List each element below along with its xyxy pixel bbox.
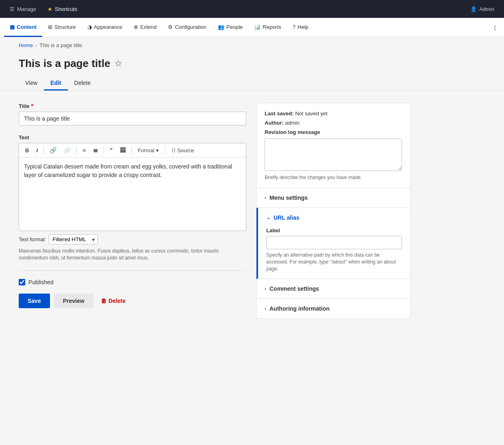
page-content: Home › This is a page title This is a pa… (0, 37, 504, 347)
nav-help[interactable]: ? Help (287, 18, 314, 37)
numbered-list-button[interactable]: ≣ (90, 146, 101, 155)
toolbar-sep-1 (43, 147, 44, 154)
admin-label: Admin (479, 6, 494, 12)
star-icon: ★ (48, 6, 52, 12)
preview-button[interactable]: Preview (54, 294, 93, 308)
shortcuts-button[interactable]: ★ Shortcuts (42, 6, 83, 12)
url-alias-section: ⌄ URL alias Label Specify an alternative… (256, 208, 410, 279)
published-row: Published (19, 279, 246, 285)
menu-settings-accordion[interactable]: › Menu settings (256, 188, 410, 208)
revision-group: Revision log message Briefly describe th… (265, 129, 402, 180)
comment-settings-chevron-icon: › (265, 286, 266, 292)
authoring-info-header: › Authoring information (265, 305, 402, 312)
left-column: Title * Text B I 🔗 🔗 (19, 103, 246, 308)
title-field-group: Title * (19, 103, 246, 125)
breadcrumb-current: This is a page title (39, 42, 82, 48)
shortcuts-label: Shortcuts (55, 6, 77, 12)
page-tabs: View Edit Delete (0, 70, 504, 91)
manage-label: Manage (17, 6, 36, 12)
author-label: Author: (265, 120, 284, 126)
format-label: Format (138, 147, 154, 153)
top-bar: ☰ Manage ★ Shortcuts 👤 Admin (0, 0, 504, 18)
manage-button[interactable]: ☰ Manage (4, 6, 42, 12)
nav-bar: ▦ Content ⊞ Structure ◑ Appearance ⊕ Ext… (0, 18, 504, 37)
unlink-button[interactable]: 🔗 (61, 146, 74, 155)
menu-settings-chevron-icon: › (265, 195, 266, 201)
breadcrumb-home[interactable]: Home (19, 42, 33, 48)
save-button[interactable]: Save (19, 294, 50, 308)
breadcrumb-separator: › (35, 42, 37, 48)
delete-label: Delete (109, 298, 126, 304)
blockquote-button[interactable]: " (107, 146, 115, 155)
required-indicator: * (31, 103, 33, 109)
breadcrumb: Home › This is a page title (0, 37, 504, 53)
title-input[interactable] (19, 112, 246, 125)
action-buttons: Save Preview 🗑 Delete (19, 294, 246, 308)
revision-label: Revision log message (265, 129, 402, 135)
text-format-label: Text format (19, 236, 45, 242)
bullet-list-button[interactable]: ≡ (80, 146, 89, 155)
person-icon: 👤 (470, 6, 477, 12)
format-dropdown-button[interactable]: Format ▾ (135, 146, 162, 155)
extend-icon: ⊕ (134, 24, 138, 30)
text-label: Text (19, 134, 29, 140)
nav-people[interactable]: 👥 People (212, 18, 248, 37)
published-label[interactable]: Published (28, 279, 54, 285)
author-value: admin (285, 120, 300, 126)
tab-delete[interactable]: Delete (68, 76, 97, 91)
text-format-select[interactable]: Filtered HTML (49, 234, 98, 244)
toolbar-sep-2 (76, 147, 77, 154)
url-alias-header[interactable]: ⌄ URL alias (266, 214, 402, 221)
nav-content[interactable]: ▦ Content (4, 18, 42, 37)
admin-button[interactable]: 👤 Admin (465, 6, 500, 12)
text-format-select-wrapper: Filtered HTML (49, 234, 98, 244)
author-row: Author: admin (265, 120, 402, 126)
page-header: This is a page title ☆ (0, 53, 504, 70)
main-layout: Title * Text B I 🔗 🔗 (0, 91, 504, 331)
text-format-helper: Maecenas faucibus mollis interdum. Fusce… (19, 248, 246, 261)
appearance-icon: ◑ (87, 24, 92, 30)
source-label: Source (177, 147, 194, 153)
authoring-info-chevron-icon: › (265, 306, 266, 311)
text-field-group: Text B I 🔗 🔗 ≡ ≣ " 🖼 (19, 134, 246, 261)
comment-settings-label: Comment settings (269, 285, 319, 292)
link-button[interactable]: 🔗 (47, 146, 59, 155)
tab-edit[interactable]: Edit (44, 76, 67, 91)
nav-configuration[interactable]: ⚙ Configuration (162, 18, 212, 37)
page-title: This is a page title (19, 57, 110, 70)
help-icon: ? (293, 24, 295, 30)
nav-collapse-button[interactable]: ⟨ (490, 24, 500, 31)
delete-button[interactable]: 🗑 Delete (98, 294, 129, 308)
favorite-icon[interactable]: ☆ (114, 58, 122, 69)
url-alias-label: URL alias (274, 214, 300, 221)
revision-textarea[interactable] (265, 138, 402, 171)
image-button[interactable]: 🖼 (117, 146, 128, 155)
toolbar-sep-5 (165, 147, 165, 154)
config-icon: ⚙ (168, 24, 173, 30)
nav-appearance[interactable]: ◑ Appearance (82, 18, 128, 37)
italic-button[interactable]: I (33, 146, 41, 155)
bold-button[interactable]: B (22, 146, 32, 155)
published-checkbox[interactable] (19, 279, 25, 285)
nav-reports[interactable]: 📊 Reports (248, 18, 287, 37)
tab-view[interactable]: View (19, 76, 44, 91)
authoring-info-accordion[interactable]: › Authoring information (256, 299, 410, 318)
meta-section: Last saved: Not saved yet Author: admin … (256, 103, 410, 188)
last-saved-value: Not saved yet (295, 110, 328, 117)
form-divider (19, 270, 246, 271)
nav-extend[interactable]: ⊕ Extend (128, 18, 162, 37)
last-saved-row: Last saved: Not saved yet (265, 110, 402, 117)
people-icon: 👥 (218, 24, 224, 30)
nav-structure[interactable]: ⊞ Structure (42, 18, 82, 37)
hamburger-icon: ☰ (10, 6, 15, 12)
toolbar-sep-4 (131, 147, 132, 154)
text-format-row: Text format Filtered HTML (19, 234, 246, 244)
last-saved-label: Last saved: (265, 110, 294, 117)
source-button[interactable]: ⟨⟩ Source (168, 146, 197, 155)
url-alias-input[interactable] (266, 236, 402, 249)
reports-icon: 📊 (254, 24, 261, 30)
comment-settings-accordion[interactable]: › Comment settings (256, 279, 410, 299)
toolbar-sep-3 (104, 147, 104, 154)
url-alias-chevron-icon: ⌄ (266, 215, 270, 220)
editor-body[interactable]: Typical Catalan dessert made from cream … (19, 158, 246, 231)
